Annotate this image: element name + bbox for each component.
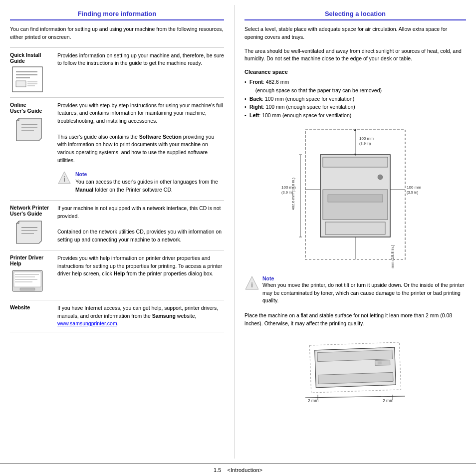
svg-rect-32 [325,222,385,235]
svg-text:482.6 mm (18.8 in.): 482.6 mm (18.8 in.) [390,244,395,269]
svg-rect-30 [323,190,388,220]
svg-rect-0 [12,67,42,92]
note-title-location: Note [262,275,466,281]
online-users-text: Provides you with step-by-step instructi… [55,102,224,196]
page: Finding more information You can find in… [0,0,476,476]
svg-text:100 mm: 100 mm [359,136,374,141]
guide-row-quick-install: Quick Install Guide [10,47,224,97]
svg-text:i: i [63,175,65,183]
svg-text:i: i [251,281,252,289]
footer-section: <Introduction> [228,467,262,473]
svg-text:2 mm: 2 mm [308,398,318,403]
printer-driver-icon [10,268,45,296]
svg-rect-55 [378,361,382,364]
page-number: 1.5 [214,467,221,473]
right-column: Selecting a location Select a level, sta… [235,5,476,459]
flat-surface-text: Place the machine on a flat and stable s… [244,312,466,328]
svg-marker-8 [16,118,41,141]
guide-row-website: Website If you have Internet access, you… [10,300,224,332]
svg-marker-15 [16,221,41,243]
note-box-location: i Note When you move the printer, do not… [244,273,466,307]
svg-rect-29 [323,157,388,167]
bullet-front: Front: 482.6 mm (enough space so that th… [244,78,466,95]
clearance-bullet-list: Front: 482.6 mm (enough space so that th… [244,78,466,120]
footer: 1.5 <Introduction> [0,464,476,476]
bullet-right: Right: 100 mm (enough space for ventilat… [244,103,466,111]
network-printer-icon [10,219,45,246]
svg-marker-9 [16,118,19,121]
guide-row-network: Network PrinterUser's Guide If your mach… [10,200,224,250]
online-users-label: OnlineUser's Guide [10,102,55,114]
svg-line-57 [305,396,405,398]
bullet-back: Back: 100 mm (enough space for ventilati… [244,95,466,103]
guide-icon-cell-driver: Printer DriverHelp [10,254,55,296]
svg-rect-31 [328,195,383,202]
clearance-diagram: 100 mm (3.9 in) 482.6 mm (18.8 in.) 100 … [280,125,430,269]
bullet-left: Left: 100 mm (enough space for ventilati… [244,111,466,120]
quick-install-icon [10,66,45,93]
flat-diagram: 2 mm 2 mm [300,334,410,404]
guide-row-driver: Printer DriverHelp [10,250,224,300]
note-title-online: Note [75,171,224,179]
samsung-website-link[interactable]: www.samsungprinter.com [57,320,117,326]
svg-text:2 mm: 2 mm [383,398,393,403]
svg-rect-54 [375,360,390,365]
network-printer-label: Network PrinterUser's Guide [10,205,55,217]
quick-install-text: Provides information on setting up your … [55,52,224,68]
note-box-online: i Note You can access the user's guides … [57,169,224,196]
right-intro2: The area should be well-ventilated and a… [244,47,466,63]
guide-icon-cell-network: Network PrinterUser's Guide [10,205,55,246]
quick-install-label: Quick Install Guide [10,52,55,64]
note-content-location: Note When you move the printer, do not t… [262,275,466,305]
guide-icon-cell-quick: Quick Install Guide [10,52,55,93]
svg-text:(3.9 in): (3.9 in) [359,141,371,146]
website-text: If you have Internet access, you can get… [55,304,224,328]
note-content-online: Note You can access the user's guides in… [75,171,224,194]
svg-point-33 [378,175,383,180]
website-label: Website [10,304,55,310]
printer-driver-text: Provides you with help information on pr… [55,254,224,278]
note-icon-online: i [57,171,72,186]
guide-row-online: OnlineUser's Guide Provides you with ste… [10,97,224,200]
note-text-online: You can access the user's guides in othe… [75,178,224,194]
main-content: Finding more information You can find in… [0,0,476,464]
network-printer-text: If your machine is not equipped with a n… [55,205,224,244]
right-section-title: Selecting a location [244,10,466,20]
left-intro: You can find information for setting up … [10,25,224,41]
guide-icon-cell-online: OnlineUser's Guide [10,102,55,143]
svg-marker-16 [16,221,19,224]
clearance-title: Clearance space [244,69,466,75]
svg-text:100 mm: 100 mm [407,185,421,190]
svg-rect-4 [16,81,26,87]
guide-icon-cell-website: Website [10,304,55,312]
svg-text:482.6 mm (18.8 in.): 482.6 mm (18.8 in.) [291,177,295,210]
online-users-icon [10,116,45,143]
svg-text:(3.9 in): (3.9 in) [407,190,419,195]
left-section-title: Finding more information [10,10,224,20]
right-intro1: Select a level, stable place with adequa… [244,25,466,41]
svg-rect-26 [20,288,35,290]
left-column: Finding more information You can find in… [0,5,235,459]
note-text-location: When you move the printer, do not tilt o… [262,281,466,305]
printer-driver-label: Printer DriverHelp [10,254,55,266]
note-icon-location: i [244,275,259,290]
